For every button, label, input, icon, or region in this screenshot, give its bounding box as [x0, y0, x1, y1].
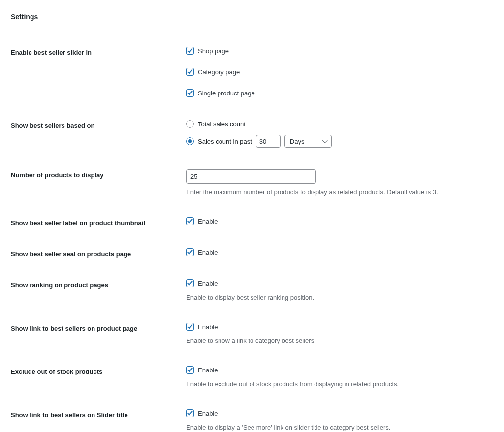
label-seal-page: Show best seller seal on products page [11, 246, 186, 263]
select-past-unit-wrap: DaysWeeksMonths [284, 135, 332, 148]
label-ranking: Show ranking on product pages [11, 277, 186, 306]
label-link-slider-title: Show link to best sellers on Slider titl… [11, 406, 186, 432]
radio-total-sales-label: Total sales count [198, 121, 246, 128]
row-link-product: Show link to best sellers on product pag… [11, 320, 494, 349]
checkbox-exclude-oos-text: Enable [198, 367, 218, 374]
checkbox-link-slider-title-text: Enable [198, 410, 218, 417]
checkbox-ranking-text: Enable [198, 280, 218, 287]
select-past-unit[interactable]: DaysWeeksMonths [284, 135, 332, 148]
checkbox-shop-page[interactable] [186, 47, 194, 55]
option-ranking[interactable]: Enable [186, 279, 218, 287]
option-shop-page[interactable]: Shop page [186, 47, 229, 55]
input-past-number[interactable] [256, 135, 281, 148]
radio-sales-in-past-label: Sales count in past [198, 138, 252, 145]
enable-slider-options: Shop page Category page Single product p… [186, 47, 494, 98]
checkbox-category-page[interactable] [186, 68, 194, 76]
option-label-thumbnail[interactable]: Enable [186, 217, 218, 225]
checkbox-category-page-label: Category page [198, 68, 240, 76]
help-num-products: Enter the maximum number of products to … [186, 188, 494, 196]
checkbox-seal-page-text: Enable [198, 249, 218, 256]
option-category-page[interactable]: Category page [186, 68, 240, 76]
radio-sales-in-past[interactable] [186, 137, 194, 145]
checkbox-single-product-page-label: Single product page [198, 90, 255, 97]
checkbox-link-slider-title[interactable] [186, 409, 194, 417]
section-divider [11, 29, 494, 29]
checkbox-exclude-oos[interactable] [186, 366, 194, 374]
checkbox-single-product-page[interactable] [186, 89, 194, 97]
label-link-product: Show link to best sellers on product pag… [11, 320, 186, 349]
row-seal-page: Show best seller seal on products page E… [11, 246, 494, 263]
checkbox-label-thumbnail[interactable] [186, 217, 194, 225]
row-exclude-oos: Exclude out of stock products Enable Ena… [11, 363, 494, 393]
settings-panel: Settings Enable best seller slider in Sh… [0, 0, 504, 432]
option-link-product[interactable]: Enable [186, 323, 218, 331]
panel-title: Settings [11, 13, 494, 21]
row-num-products: Number of products to display Enter the … [11, 166, 494, 201]
checkbox-link-product[interactable] [186, 323, 194, 331]
checkbox-shop-page-label: Shop page [198, 47, 229, 55]
label-num-products: Number of products to display [11, 166, 186, 201]
help-exclude-oos: Enable to exclude out of stock products … [186, 380, 494, 388]
input-num-products[interactable] [186, 169, 316, 184]
help-link-product: Enable to show a link to category best s… [186, 337, 494, 344]
row-label-thumbnail: Show best seller label on product thumbn… [11, 215, 494, 232]
settings-table: Enable best seller slider in Shop page C… [11, 44, 494, 432]
row-ranking: Show ranking on product pages Enable Ena… [11, 277, 494, 306]
option-exclude-oos[interactable]: Enable [186, 366, 218, 374]
checkbox-link-product-text: Enable [198, 323, 218, 331]
row-enable-slider: Enable best seller slider in Shop page C… [11, 44, 494, 103]
option-link-slider-title[interactable]: Enable [186, 409, 218, 417]
label-enable-slider: Enable best seller slider in [11, 44, 186, 103]
option-seal-page[interactable]: Enable [186, 248, 218, 256]
help-link-slider-title: Enable to display a 'See more' link on s… [186, 424, 494, 431]
help-ranking: Enable to display best seller ranking po… [186, 294, 494, 301]
checkbox-seal-page[interactable] [186, 248, 194, 256]
label-thumbnail: Show best seller label on product thumbn… [11, 215, 186, 232]
row-based-on: Show best sellers based on Total sales c… [11, 117, 494, 153]
label-based-on: Show best sellers based on [11, 117, 186, 153]
checkbox-label-thumbnail-text: Enable [198, 218, 218, 225]
option-single-product-page[interactable]: Single product page [186, 89, 255, 97]
radio-total-sales[interactable] [186, 120, 194, 128]
checkbox-ranking[interactable] [186, 279, 194, 287]
label-exclude-oos: Exclude out of stock products [11, 363, 186, 393]
row-link-slider-title: Show link to best sellers on Slider titl… [11, 406, 494, 432]
